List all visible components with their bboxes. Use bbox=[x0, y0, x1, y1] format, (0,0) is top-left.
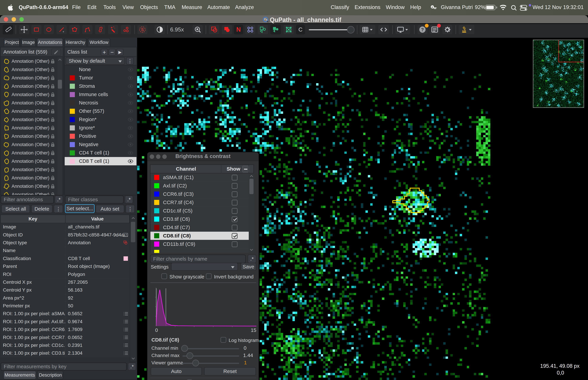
svg-text:3: 3 bbox=[124, 346, 124, 347]
svg-text:3: 3 bbox=[124, 354, 124, 355]
svg-text:3: 3 bbox=[124, 322, 124, 324]
svg-text:3: 3 bbox=[124, 330, 124, 332]
svg-text:?: ? bbox=[421, 27, 424, 32]
svg-text:S: S bbox=[141, 27, 144, 32]
svg-text:3: 3 bbox=[124, 338, 124, 339]
svg-text:3: 3 bbox=[124, 314, 124, 316]
